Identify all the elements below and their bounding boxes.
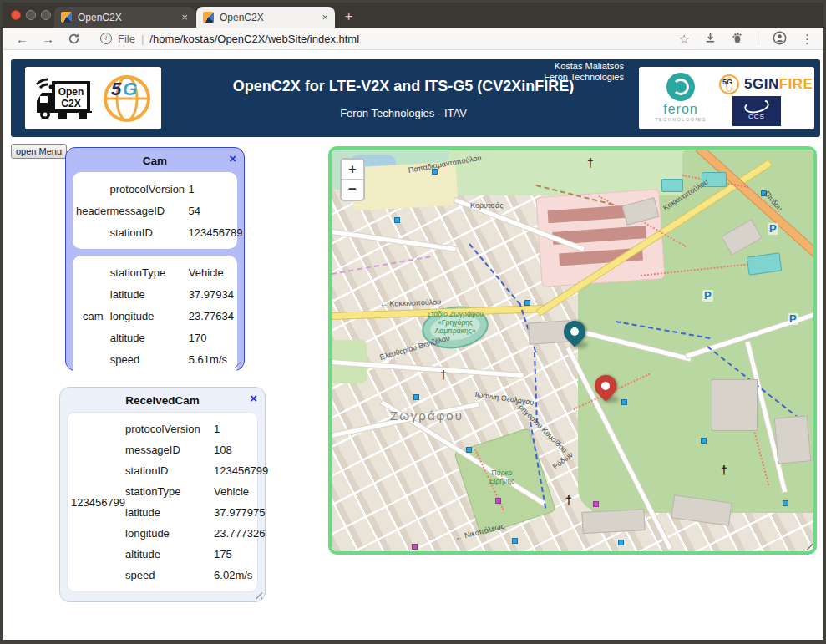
church-icon: † <box>565 494 572 507</box>
field-value: 175 <box>214 548 232 560</box>
field-key: messageID <box>109 205 188 217</box>
parking-icon: P <box>788 313 798 325</box>
table-row: latitude37.97934 <box>110 283 234 305</box>
pool-patch <box>661 179 683 192</box>
field-key: longitude <box>125 527 214 540</box>
download-icon[interactable] <box>704 32 717 47</box>
page-header-banner: Open C2X 5 G OpenC2X for LTE-V2X and ITS… <box>11 59 820 137</box>
svg-text:Open: Open <box>58 86 84 98</box>
field-value: 5.61m/s <box>189 353 227 366</box>
field-value: 1 <box>188 183 194 195</box>
feron-logo: feron TECHNOLOGIES <box>651 71 711 122</box>
leisure-label: Πάρκο Ειρήνης <box>479 469 525 485</box>
building-block <box>712 379 758 431</box>
field-value: 123456799 <box>214 464 268 477</box>
leaflet-map[interactable]: ← ΚοκκινοπούλουΚοκκινοπούλουΠαπαδιαμαντο… <box>328 146 817 555</box>
table-row: altitude175 <box>125 544 268 565</box>
table-row: speed6.02m/s <box>125 565 268 586</box>
fiveginfire-logo: 5GINFIRE <box>744 76 813 93</box>
browser-menu-icon[interactable]: ⋮ <box>801 32 813 47</box>
poi-square-icon <box>512 538 518 544</box>
browser-window: OpenC2X × OpenC2X × + ← → i File | /home… <box>0 0 826 644</box>
church-icon: † <box>721 464 727 477</box>
bookmark-star-icon[interactable]: ☆ <box>679 32 690 47</box>
ccs-logo: CCS <box>732 96 781 126</box>
field-key: stationType <box>125 485 214 498</box>
table-row: speed5.61m/s <box>110 348 234 370</box>
field-key: latitude <box>125 506 214 519</box>
table-row: stationID123456789 <box>109 221 242 243</box>
building-block <box>581 509 645 534</box>
svg-text:G: G <box>123 79 137 99</box>
new-tab-button[interactable]: + <box>345 8 352 25</box>
zoom-out-button[interactable]: − <box>342 180 363 200</box>
received-cam-panel[interactable]: × ReceivedCam 123456799protocolVersion1m… <box>59 387 266 602</box>
field-value: Vehicle <box>189 266 224 279</box>
table-row: messageID54 <box>109 200 242 221</box>
table-row: longitude23.77634 <box>110 305 234 327</box>
window-maximize-button[interactable] <box>41 10 51 20</box>
message-section: camstationTypeVehiclelatitude37.97934lon… <box>73 256 237 376</box>
field-value: 1 <box>214 423 220 435</box>
openc2x-logo-box: Open C2X 5 G <box>25 67 161 129</box>
address-bar[interactable]: /home/kostas/OpenC2X/webSite/index.html <box>149 33 359 45</box>
leisure-label: Στάδιο Ζωγράφου «Γρηγόρης Λαμπράκης» <box>422 310 489 335</box>
field-value: 108 <box>214 444 232 456</box>
reload-icon[interactable] <box>68 33 80 45</box>
field-value: 37.977975 <box>214 506 265 519</box>
cam-panel[interactable]: × Cam headerprotocolVersion1messageID54s… <box>65 147 245 371</box>
zoom-in-button[interactable]: + <box>342 160 363 180</box>
tab-openc2x-active[interactable]: OpenC2X × <box>196 7 335 28</box>
field-key: altitude <box>110 332 189 344</box>
feron-spiral-icon <box>666 73 695 101</box>
field-value: 170 <box>189 332 207 344</box>
field-key: altitude <box>125 548 214 560</box>
header-credits: Kostas Maliatsos Feron Technologies <box>544 61 624 83</box>
field-key: stationID <box>125 464 214 477</box>
parking-icon: P <box>702 290 713 302</box>
tab-openc2x-background[interactable]: OpenC2X × <box>54 7 195 28</box>
table-row: messageID108 <box>125 439 268 460</box>
poi-square-icon <box>413 394 419 400</box>
section-label: header <box>76 178 109 243</box>
poi-square-icon <box>466 447 472 453</box>
field-value: 123456789 <box>188 226 242 239</box>
svg-text:5: 5 <box>111 79 122 99</box>
openc2x-truck-logo: Open C2X <box>33 73 99 124</box>
field-value: 37.97934 <box>189 288 234 301</box>
partner-logo-box: feron TECHNOLOGIES 5G 5GINFIRE CCS <box>639 67 814 129</box>
table-row: protocolVersion1 <box>109 178 242 200</box>
tab-close-icon[interactable]: × <box>317 11 328 23</box>
building-block <box>774 415 812 464</box>
browser-titlebar: OpenC2X × OpenC2X × + <box>3 3 823 28</box>
panel-title: Cam <box>66 155 244 167</box>
field-key: protocolVersion <box>125 423 214 435</box>
gnome-foot-extension-icon[interactable] <box>731 32 743 47</box>
section-label: cam <box>76 261 110 370</box>
fiveg-globe-logo: 5 G <box>100 73 154 124</box>
back-icon[interactable]: ← <box>16 32 28 46</box>
page-subtitle: Feron Technologies - ITAV <box>165 107 641 119</box>
close-icon[interactable]: × <box>229 151 236 165</box>
window-close-button[interactable] <box>11 10 21 20</box>
panel-title: ReceivedCam <box>60 394 265 407</box>
window-minimize-button[interactable] <box>26 10 36 20</box>
forward-icon[interactable]: → <box>42 32 54 46</box>
map-zoom-control: + − <box>340 158 365 201</box>
close-icon[interactable]: × <box>250 391 257 405</box>
field-key: messageID <box>125 444 214 456</box>
table-row: stationTypeVehicle <box>110 261 234 283</box>
table-row: protocolVersion1 <box>125 418 268 439</box>
poi-square-icon <box>783 500 788 506</box>
open-menu-button[interactable]: open Menu <box>11 144 67 159</box>
tab-close-icon[interactable]: × <box>176 11 188 23</box>
field-value: 6.02m/s <box>214 569 252 581</box>
field-key: speed <box>110 353 189 366</box>
tab-favicon <box>61 12 72 23</box>
tab-title: OpenC2X <box>78 12 176 23</box>
place-label: Ζωγράφου <box>390 408 464 423</box>
parking-icon: P <box>768 223 778 235</box>
page-info-icon[interactable]: i <box>100 33 112 44</box>
field-key: longitude <box>110 310 189 322</box>
profile-avatar-icon[interactable] <box>773 31 787 48</box>
